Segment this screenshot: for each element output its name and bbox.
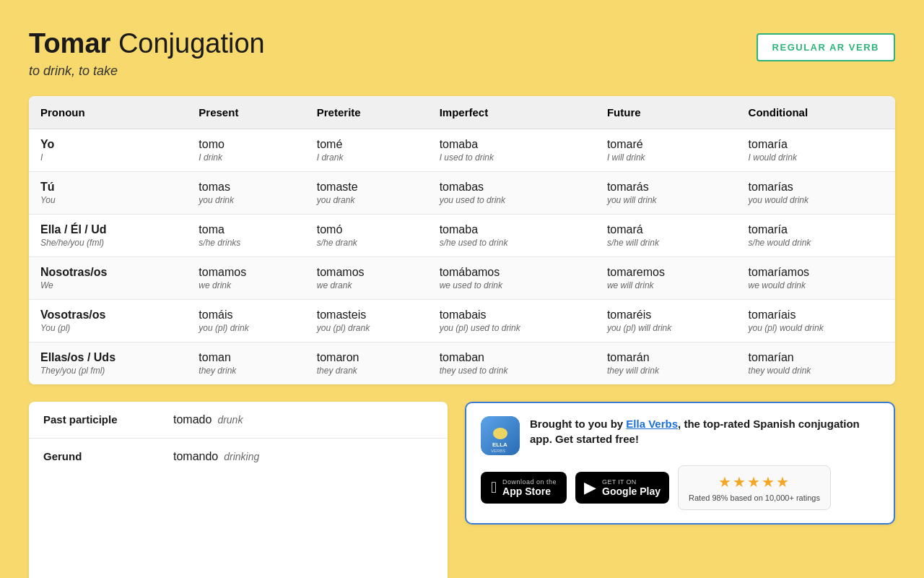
cell-sub: you drink xyxy=(199,195,293,205)
past-participle-value: tomadodrunk xyxy=(173,413,243,426)
col-preterite: Preterite xyxy=(305,96,428,129)
cell-sub: I drank xyxy=(317,152,417,163)
app-icon: ELLA VERBS xyxy=(481,416,520,455)
verb-cell: tomamos we drink xyxy=(187,256,305,299)
cell-sub: you will drink xyxy=(607,195,725,205)
verb-cell: tomaría I would drink xyxy=(737,129,895,171)
cell-sub: you would drink xyxy=(749,195,884,205)
conjugation-table: Pronoun Present Preterite Imperfect Futu… xyxy=(29,96,895,384)
cell-main: toman xyxy=(199,351,293,364)
col-present: Present xyxy=(187,96,305,129)
verb-cell: tomaban they used to drink xyxy=(428,342,596,384)
verb-badge: REGULAR AR VERB xyxy=(757,33,895,61)
pronoun-cell: Ella / Él / Ud She/he/you (fml) xyxy=(29,214,187,256)
cell-sub: We xyxy=(40,280,175,290)
cell-sub: I would drink xyxy=(749,152,884,163)
pronoun-cell: Nosotras/os We xyxy=(29,256,187,299)
cell-main: tomasteis xyxy=(317,309,417,322)
googleplay-large-text: Google Play xyxy=(602,486,661,497)
verb-cell: tomarían they would drink xyxy=(737,342,895,384)
verb-cell: toma s/he drinks xyxy=(187,214,305,256)
cell-main: tomaríais xyxy=(749,309,884,322)
cell-main: tomaron xyxy=(317,351,417,364)
cell-sub: s/he would drink xyxy=(749,238,884,248)
rating-text: Rated 98% based on 10,000+ ratings xyxy=(689,493,820,502)
svg-text:VERBS: VERBS xyxy=(491,449,505,453)
verb-cell: tomas you drink xyxy=(187,171,305,214)
title-block: Tomar Conjugation to drink, to take xyxy=(29,29,265,79)
verb-cell: tomaréis you (pl) will drink xyxy=(596,299,737,342)
past-participle-row: Past participle tomadodrunk xyxy=(29,402,448,439)
verb-cell: tomaré I will drink xyxy=(596,129,737,171)
verb-cell: tomarás you will drink xyxy=(596,171,737,214)
page-title: Tomar Conjugation xyxy=(29,29,265,59)
cell-main: tomará xyxy=(607,223,725,236)
verb-cell: toman they drink xyxy=(187,342,305,384)
cell-sub: you (pl) used to drink xyxy=(440,323,584,333)
cell-main: Yo xyxy=(40,138,175,151)
cell-main: toma xyxy=(199,223,293,236)
svg-point-2 xyxy=(493,428,507,439)
cell-main: tomó xyxy=(317,223,417,236)
cell-sub: s/he will drink xyxy=(607,238,725,248)
cell-main: Tú xyxy=(40,181,175,194)
pronoun-cell: Ellas/os / Uds They/you (pl fml) xyxy=(29,342,187,384)
table-row: Ellas/os / Uds They/you (pl fml) toman t… xyxy=(29,342,895,384)
col-conditional: Conditional xyxy=(737,96,895,129)
verb-cell: tomáis you (pl) drink xyxy=(187,299,305,342)
cell-main: tomaríamos xyxy=(749,266,884,279)
appstore-button[interactable]:  Download on the App Store xyxy=(481,472,567,504)
cell-main: tomaría xyxy=(749,138,884,151)
verb-cell: tomará s/he will drink xyxy=(596,214,737,256)
cell-main: tomamos xyxy=(199,266,293,279)
cell-main: tomarías xyxy=(749,181,884,194)
verb-cell: tomaría s/he would drink xyxy=(737,214,895,256)
table-row: Vosotras/os You (pl) tomáis you (pl) dri… xyxy=(29,299,895,342)
col-imperfect: Imperfect xyxy=(428,96,596,129)
table-row: Ella / Él / Ud She/he/you (fml) toma s/h… xyxy=(29,214,895,256)
cell-sub: you (pl) will drink xyxy=(607,323,725,333)
verb-cell: tomaríais you (pl) would drink xyxy=(737,299,895,342)
appstore-large-text: App Store xyxy=(502,486,557,497)
googleplay-small-text: GET IT ON xyxy=(602,478,661,486)
participle-table: Past participle tomadodrunk Gerund toman… xyxy=(29,402,448,578)
verb-cell: tomaríamos we would drink xyxy=(737,256,895,299)
googleplay-button[interactable]: ▶ GET IT ON Google Play xyxy=(575,472,669,504)
cell-sub: we will drink xyxy=(607,280,725,290)
cell-sub: we used to drink xyxy=(440,280,584,290)
cell-sub: you used to drink xyxy=(440,195,584,205)
cell-main: tomaba xyxy=(440,138,584,151)
cell-main: tomaré xyxy=(607,138,725,151)
cell-sub: you (pl) drink xyxy=(199,323,293,333)
cell-main: tomarás xyxy=(607,181,725,194)
cell-sub: they would drink xyxy=(749,366,884,376)
cell-sub: I xyxy=(40,152,175,163)
cell-sub: s/he used to drink xyxy=(440,238,584,248)
cell-main: tomaremos xyxy=(607,266,725,279)
cell-main: Vosotras/os xyxy=(40,309,175,322)
table-row: Yo I tomo I drink tomé I drank tomaba I … xyxy=(29,129,895,171)
verb-cell: tomé I drank xyxy=(305,129,428,171)
verb-cell: tomó s/he drank xyxy=(305,214,428,256)
verb-cell: tomabas you used to drink xyxy=(428,171,596,214)
verb-cell: tomábamos we used to drink xyxy=(428,256,596,299)
cell-main: Ellas/os / Uds xyxy=(40,351,175,364)
cell-sub: s/he drank xyxy=(317,238,417,248)
page-header: Tomar Conjugation to drink, to take REGU… xyxy=(29,29,895,79)
cell-sub: you (pl) drank xyxy=(317,323,417,333)
verb-cell: tomarán they will drink xyxy=(596,342,737,384)
cell-sub: I drink xyxy=(199,152,293,163)
verb-cell: tomasteis you (pl) drank xyxy=(305,299,428,342)
cell-main: tomaste xyxy=(317,181,417,194)
ella-verbs-ad-link[interactable]: Ella Verbs xyxy=(626,418,678,430)
gerund-value: tomandodrinking xyxy=(173,450,259,463)
pronoun-cell: Vosotras/os You (pl) xyxy=(29,299,187,342)
cell-main: Ella / Él / Ud xyxy=(40,223,175,236)
col-pronoun: Pronoun xyxy=(29,96,187,129)
table-row: Tú You tomas you drink tomaste you drank… xyxy=(29,171,895,214)
verb-cell: tomaremos we will drink xyxy=(596,256,737,299)
cell-main: tomé xyxy=(317,138,417,151)
ad-header: ELLA VERBS Brought to you by Ella Verbs,… xyxy=(481,416,879,455)
pronoun-cell: Yo I xyxy=(29,129,187,171)
col-future: Future xyxy=(596,96,737,129)
